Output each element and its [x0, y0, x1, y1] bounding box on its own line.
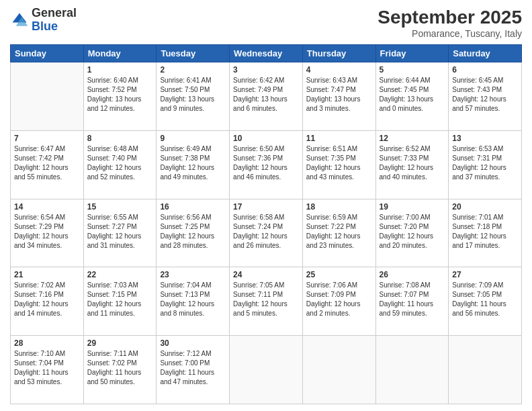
calendar-table: SundayMondayTuesdayWednesdayThursdayFrid… — [10, 44, 522, 404]
day-info: Sunrise: 6:49 AM Sunset: 7:38 PM Dayligh… — [160, 144, 226, 182]
logo-text-blue: Blue — [32, 20, 77, 34]
day-number: 24 — [233, 270, 299, 279]
day-info: Sunrise: 6:51 AM Sunset: 7:35 PM Dayligh… — [306, 144, 372, 182]
calendar-cell: 26Sunrise: 7:08 AM Sunset: 7:07 PM Dayli… — [375, 267, 449, 336]
day-number: 23 — [160, 270, 226, 279]
day-number: 30 — [160, 338, 226, 348]
day-info: Sunrise: 7:05 AM Sunset: 7:11 PM Dayligh… — [233, 281, 299, 318]
day-number: 14 — [14, 202, 80, 212]
calendar-header-monday: Monday — [83, 45, 157, 62]
day-info: Sunrise: 6:52 AM Sunset: 7:33 PM Dayligh… — [380, 144, 445, 182]
logo: General Blue — [10, 7, 77, 34]
calendar-cell: 11Sunrise: 6:51 AM Sunset: 7:35 PM Dayli… — [302, 130, 375, 199]
day-info: Sunrise: 6:54 AM Sunset: 7:29 PM Dayligh… — [14, 213, 80, 250]
calendar-cell — [449, 336, 522, 404]
title-section: September 2025 Pomarance, Tuscany, Italy — [378, 7, 522, 39]
calendar-cell: 1Sunrise: 6:40 AM Sunset: 7:52 PM Daylig… — [83, 62, 157, 131]
day-number: 11 — [306, 134, 372, 143]
day-number: 5 — [380, 65, 445, 75]
calendar-cell — [230, 336, 303, 404]
calendar-cell: 21Sunrise: 7:02 AM Sunset: 7:16 PM Dayli… — [11, 267, 84, 336]
calendar-cell: 22Sunrise: 7:03 AM Sunset: 7:15 PM Dayli… — [83, 267, 157, 336]
day-info: Sunrise: 6:50 AM Sunset: 7:36 PM Dayligh… — [233, 144, 299, 182]
day-info: Sunrise: 6:47 AM Sunset: 7:42 PM Dayligh… — [14, 144, 80, 182]
day-info: Sunrise: 7:11 AM Sunset: 7:02 PM Dayligh… — [87, 349, 153, 387]
day-number: 26 — [380, 270, 445, 279]
calendar-cell: 15Sunrise: 6:55 AM Sunset: 7:27 PM Dayli… — [83, 199, 157, 267]
day-info: Sunrise: 7:09 AM Sunset: 7:05 PM Dayligh… — [452, 281, 518, 318]
day-info: Sunrise: 6:48 AM Sunset: 7:40 PM Dayligh… — [87, 144, 153, 182]
month-title: September 2025 — [378, 7, 522, 28]
calendar-cell: 18Sunrise: 6:59 AM Sunset: 7:22 PM Dayli… — [302, 199, 375, 267]
calendar-cell: 4Sunrise: 6:43 AM Sunset: 7:47 PM Daylig… — [302, 62, 375, 131]
day-number: 9 — [160, 134, 226, 143]
day-number: 1 — [87, 65, 153, 75]
calendar-header-row: SundayMondayTuesdayWednesdayThursdayFrid… — [11, 45, 522, 62]
calendar-cell: 29Sunrise: 7:11 AM Sunset: 7:02 PM Dayli… — [83, 336, 157, 404]
calendar-week-4: 28Sunrise: 7:10 AM Sunset: 7:04 PM Dayli… — [11, 336, 522, 404]
calendar-header-saturday: Saturday — [449, 45, 522, 62]
calendar-header-wednesday: Wednesday — [230, 45, 303, 62]
day-number: 13 — [452, 134, 518, 143]
calendar-cell: 28Sunrise: 7:10 AM Sunset: 7:04 PM Dayli… — [11, 336, 84, 404]
day-info: Sunrise: 6:45 AM Sunset: 7:43 PM Dayligh… — [452, 76, 518, 113]
day-info: Sunrise: 6:42 AM Sunset: 7:49 PM Dayligh… — [233, 76, 299, 113]
day-number: 10 — [233, 134, 299, 143]
location: Pomarance, Tuscany, Italy — [378, 28, 522, 39]
calendar-header-thursday: Thursday — [302, 45, 375, 62]
logo-icon — [10, 11, 29, 30]
day-info: Sunrise: 6:41 AM Sunset: 7:50 PM Dayligh… — [160, 76, 226, 113]
calendar-cell — [11, 62, 84, 131]
calendar-cell: 24Sunrise: 7:05 AM Sunset: 7:11 PM Dayli… — [230, 267, 303, 336]
day-info: Sunrise: 6:59 AM Sunset: 7:22 PM Dayligh… — [306, 213, 372, 250]
logo-text-general: General — [32, 7, 77, 20]
day-info: Sunrise: 7:04 AM Sunset: 7:13 PM Dayligh… — [160, 281, 226, 318]
day-info: Sunrise: 7:03 AM Sunset: 7:15 PM Dayligh… — [87, 281, 153, 318]
day-number: 25 — [306, 270, 372, 279]
day-number: 18 — [306, 202, 372, 212]
day-number: 17 — [233, 202, 299, 212]
calendar-cell: 6Sunrise: 6:45 AM Sunset: 7:43 PM Daylig… — [449, 62, 522, 131]
calendar-week-3: 21Sunrise: 7:02 AM Sunset: 7:16 PM Dayli… — [11, 267, 522, 336]
day-number: 27 — [452, 270, 518, 279]
calendar-cell: 20Sunrise: 7:01 AM Sunset: 7:18 PM Dayli… — [449, 199, 522, 267]
calendar-cell: 7Sunrise: 6:47 AM Sunset: 7:42 PM Daylig… — [11, 130, 84, 199]
calendar-cell: 30Sunrise: 7:12 AM Sunset: 7:00 PM Dayli… — [157, 336, 230, 404]
day-number: 16 — [160, 202, 226, 212]
day-info: Sunrise: 7:06 AM Sunset: 7:09 PM Dayligh… — [306, 281, 372, 318]
day-info: Sunrise: 6:40 AM Sunset: 7:52 PM Dayligh… — [87, 76, 153, 113]
calendar-cell: 13Sunrise: 6:53 AM Sunset: 7:31 PM Dayli… — [449, 130, 522, 199]
calendar-cell: 14Sunrise: 6:54 AM Sunset: 7:29 PM Dayli… — [11, 199, 84, 267]
day-number: 12 — [380, 134, 445, 143]
calendar-cell: 10Sunrise: 6:50 AM Sunset: 7:36 PM Dayli… — [230, 130, 303, 199]
calendar-cell: 19Sunrise: 7:00 AM Sunset: 7:20 PM Dayli… — [375, 199, 449, 267]
day-info: Sunrise: 7:02 AM Sunset: 7:16 PM Dayligh… — [14, 281, 80, 318]
day-number: 4 — [306, 65, 372, 75]
day-number: 2 — [160, 65, 226, 75]
calendar-cell: 17Sunrise: 6:58 AM Sunset: 7:24 PM Dayli… — [230, 199, 303, 267]
day-info: Sunrise: 6:56 AM Sunset: 7:25 PM Dayligh… — [160, 213, 226, 250]
calendar-cell: 5Sunrise: 6:44 AM Sunset: 7:45 PM Daylig… — [375, 62, 449, 131]
calendar-cell — [375, 336, 449, 404]
calendar-week-1: 7Sunrise: 6:47 AM Sunset: 7:42 PM Daylig… — [11, 130, 522, 199]
calendar-cell: 25Sunrise: 7:06 AM Sunset: 7:09 PM Dayli… — [302, 267, 375, 336]
day-number: 29 — [87, 338, 153, 348]
day-info: Sunrise: 7:08 AM Sunset: 7:07 PM Dayligh… — [380, 281, 445, 318]
calendar-header-sunday: Sunday — [11, 45, 84, 62]
calendar-cell: 2Sunrise: 6:41 AM Sunset: 7:50 PM Daylig… — [157, 62, 230, 131]
calendar-cell: 27Sunrise: 7:09 AM Sunset: 7:05 PM Dayli… — [449, 267, 522, 336]
day-number: 20 — [452, 202, 518, 212]
day-number: 15 — [87, 202, 153, 212]
calendar-cell: 23Sunrise: 7:04 AM Sunset: 7:13 PM Dayli… — [157, 267, 230, 336]
day-number: 22 — [87, 270, 153, 279]
day-info: Sunrise: 7:12 AM Sunset: 7:00 PM Dayligh… — [160, 349, 226, 387]
day-number: 6 — [452, 65, 518, 75]
calendar-week-0: 1Sunrise: 6:40 AM Sunset: 7:52 PM Daylig… — [11, 62, 522, 131]
day-number: 19 — [380, 202, 445, 212]
day-number: 3 — [233, 65, 299, 75]
calendar-cell: 3Sunrise: 6:42 AM Sunset: 7:49 PM Daylig… — [230, 62, 303, 131]
calendar-cell: 16Sunrise: 6:56 AM Sunset: 7:25 PM Dayli… — [157, 199, 230, 267]
calendar-cell — [302, 336, 375, 404]
day-number: 7 — [14, 134, 80, 143]
day-info: Sunrise: 6:43 AM Sunset: 7:47 PM Dayligh… — [306, 76, 372, 113]
